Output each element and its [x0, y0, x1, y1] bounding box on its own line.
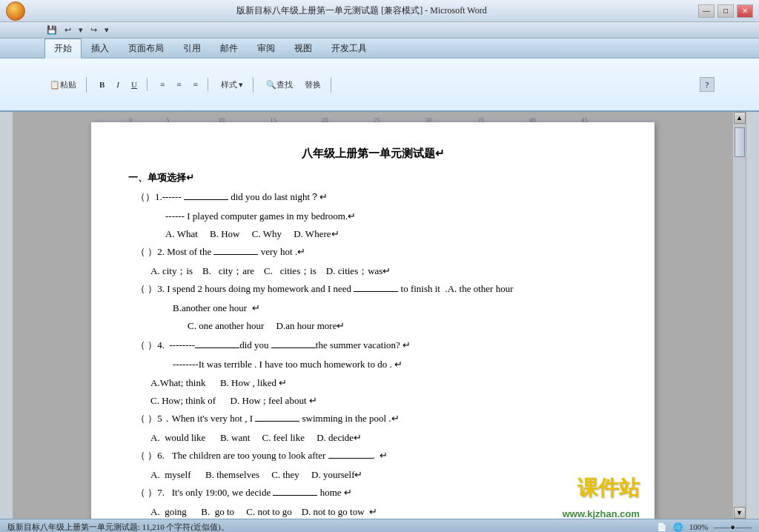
- tab-developer[interactable]: 开发工具: [322, 39, 377, 58]
- toolbar-more-button[interactable]: ▾: [102, 24, 111, 36]
- maximize-button[interactable]: □: [717, 4, 734, 18]
- paste-button[interactable]: 📋粘贴: [44, 77, 82, 93]
- q5-blank: [255, 421, 299, 422]
- question-6-row: （ ）6. The children are too young to look…: [128, 448, 617, 464]
- left-ruler: [0, 112, 13, 519]
- q1-bracket-left: （: [136, 191, 145, 202]
- view-mode-web[interactable]: 🌐: [673, 522, 683, 532]
- question-7-row: （ ）7. It's only 19:00, we decide home ↵: [128, 485, 617, 501]
- tab-view[interactable]: 视图: [285, 39, 322, 58]
- ribbon-content: 📋粘贴 B I U ≡ ≡ ≡ 样式 ▾ 🔍查找 替换 ?: [0, 59, 759, 110]
- save-quick-button[interactable]: 💾: [44, 24, 59, 36]
- q1-answer: ------ I played computer games in my bed…: [128, 208, 617, 225]
- horizontal-ruler: 0 5 10 15 20 25 30 35 40 45: [91, 119, 654, 121]
- document-scroll-area: 0 5 10 15 20 25 30 35 40 45 八年级上册第一单元测试题…: [13, 112, 732, 519]
- question-2-row: （ ）2. Most of the very hot .↵: [128, 244, 617, 260]
- ribbon-tabs: 开始 插入 页面布局 引用 邮件 审阅 视图 开发工具: [0, 39, 759, 59]
- watermark: 课件站 www.kjzhan.com: [563, 471, 640, 519]
- close-button[interactable]: ✕: [737, 4, 753, 18]
- window-controls: — □ ✕: [698, 4, 753, 18]
- zoom-slider[interactable]: ——●——: [714, 522, 752, 532]
- scroll-thumb[interactable]: [735, 127, 745, 157]
- document-page: 八年级上册第一单元测试题↵ 一、单项选择↵ （）1.------ did you…: [91, 122, 654, 519]
- tab-page-layout[interactable]: 页面布局: [119, 39, 173, 58]
- zoom-level: 100%: [689, 522, 709, 532]
- tab-home[interactable]: 开始: [44, 39, 82, 59]
- align-right-button[interactable]: ≡: [188, 78, 202, 91]
- styles-group: 样式 ▾: [216, 77, 254, 93]
- q6-blank: [328, 458, 373, 459]
- q7-options: A. going B. go to C. not to go D. not to…: [128, 504, 617, 519]
- tab-references[interactable]: 引用: [173, 39, 211, 58]
- minimize-button[interactable]: —: [698, 4, 715, 18]
- tab-insert[interactable]: 插入: [82, 39, 119, 58]
- tab-review[interactable]: 审阅: [248, 39, 285, 58]
- align-left-button[interactable]: ≡: [155, 78, 170, 91]
- question-3-row: （ ）3. I spend 2 hours doing my homework …: [128, 281, 617, 297]
- paragraph-group: ≡ ≡ ≡: [155, 78, 208, 91]
- office-orb-icon[interactable]: [6, 1, 25, 21]
- replace-button[interactable]: 替换: [299, 77, 326, 93]
- q3-options-a: B.another one hour ↵: [128, 300, 617, 316]
- q1-blank: [184, 199, 228, 200]
- q1-bracket-right: ）1.------: [145, 191, 184, 202]
- question-4-row: （ ）4. --------did you the summer vacatio…: [128, 337, 617, 353]
- title-bar-title: 版新目标八年级上册第一单元测试题 [兼容模式] - Microsoft Word: [25, 4, 698, 17]
- font-group: B I U: [94, 78, 148, 91]
- status-right: 📄 🌐 100% ——●——: [657, 522, 752, 532]
- find-button[interactable]: 🔍查找: [261, 77, 298, 93]
- vertical-scrollbar: ▲ ▼: [732, 112, 746, 519]
- q1-text: did you do last night？↵: [228, 191, 328, 202]
- q7-blank: [273, 495, 317, 496]
- question-1-row: （）1.------ did you do last night？↵: [128, 189, 617, 205]
- q3-options-cd: C. one another hour D.an hour more↵: [128, 318, 617, 334]
- right-ruler: [746, 112, 759, 519]
- view-mode-print[interactable]: 📄: [657, 522, 667, 532]
- undo-dropdown-button[interactable]: ▾: [76, 24, 85, 36]
- q3-blank: [354, 291, 398, 292]
- q2-text: very hot .↵: [258, 246, 305, 257]
- undo-quick-button[interactable]: ↩: [62, 24, 73, 36]
- q5-options: A. would like B. want C. feel like D. de…: [128, 430, 617, 446]
- status-text: 版新目标八年级上册第一单元测试题: 11,210 个字符(近似值)。: [7, 522, 229, 532]
- main-area: 0 5 10 15 20 25 30 35 40 45 八年级上册第一单元测试题…: [0, 112, 759, 519]
- styles-button[interactable]: 样式 ▾: [216, 77, 249, 93]
- bold-button[interactable]: B: [94, 78, 110, 91]
- ribbon: 开始 插入 页面布局 引用 邮件 审阅 视图 开发工具 📋粘贴 B I U ≡ …: [0, 39, 759, 112]
- q2-prefix: （ ）2. Most of the: [136, 246, 213, 257]
- q1-options: A. What B. How C. Why D. Where↵: [128, 226, 617, 242]
- ribbon-help-icon[interactable]: ?: [700, 77, 715, 92]
- watermark-bottom: www.kjzhan.com: [563, 506, 640, 519]
- q4-blank1: [195, 348, 239, 348]
- scroll-up-button[interactable]: ▲: [734, 112, 746, 124]
- document-title: 八年级上册第一单元测试题↵: [128, 144, 617, 164]
- section-title-1: 一、单项选择↵: [128, 170, 617, 186]
- scroll-down-button[interactable]: ▼: [734, 507, 746, 519]
- question-5-row: （ ）5．When it's very hot , I swimming in …: [128, 410, 617, 427]
- q2-options: A. city；is B. city；are C. cities；is D. c…: [128, 263, 617, 279]
- title-bar: 版新目标八年级上册第一单元测试题 [兼容模式] - Microsoft Word…: [0, 0, 759, 22]
- q4-blank2: [271, 348, 316, 348]
- title-bar-left: [6, 1, 25, 21]
- redo-quick-button[interactable]: ↪: [88, 24, 99, 36]
- underline-button[interactable]: U: [126, 78, 142, 91]
- quick-access-toolbar: 💾 ↩ ▾ ↪ ▾: [0, 22, 759, 39]
- tab-mail[interactable]: 邮件: [211, 39, 248, 58]
- q2-blank: [213, 254, 258, 255]
- status-bar: 版新目标八年级上册第一单元测试题: 11,210 个字符(近似值)。 📄 🌐 1…: [0, 519, 759, 532]
- scroll-track[interactable]: [734, 124, 746, 507]
- align-center-button[interactable]: ≡: [171, 78, 186, 91]
- clipboard-group: 📋粘贴: [44, 77, 87, 93]
- watermark-top: 课件站: [563, 471, 640, 506]
- q4-answer: --------It was terrible . I have too muc…: [128, 356, 617, 373]
- q4-options-cd: C. How; think of D. How ; feel about ↵: [128, 393, 617, 409]
- q4-options-ab: A.What; think B. How , liked ↵: [128, 375, 617, 391]
- q6-options: A. myself B. themselves C. they D. yours…: [128, 467, 617, 483]
- italic-button[interactable]: I: [111, 78, 125, 91]
- editing-group: 🔍查找 替换: [261, 77, 331, 93]
